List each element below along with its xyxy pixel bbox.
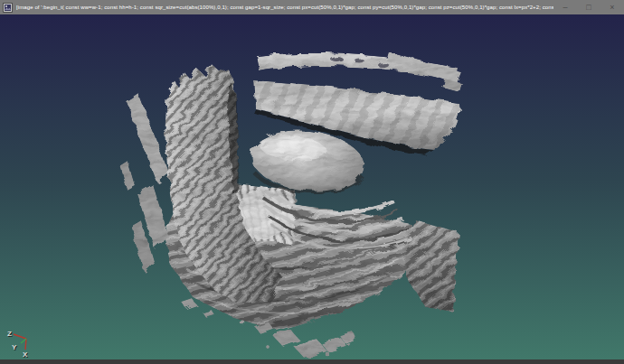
window-controls: – □ ×: [553, 0, 624, 14]
axis-x-label: X: [23, 350, 28, 359]
close-button[interactable]: ×: [600, 0, 624, 14]
bottom-bar: [0, 359, 624, 364]
app-window: [image of ':begin_t( const ww=w-1; const…: [0, 0, 624, 364]
axis-y-label: Y: [12, 343, 17, 351]
axis-z-label: Z: [7, 330, 12, 338]
axis-x-line: [25, 339, 26, 350]
maximize-button[interactable]: □: [577, 0, 600, 14]
mesh-render-canvas: Z Z Y Y X X: [0, 14, 624, 359]
minimize-button[interactable]: –: [553, 0, 577, 14]
window-title: [image of ':begin_t( const ww=w-1; const…: [16, 0, 553, 14]
title-bar[interactable]: [image of ':begin_t( const ww=w-1; const…: [0, 0, 624, 14]
viewport-3d[interactable]: Z Z Y Y X X: [0, 14, 624, 359]
app-icon: [3, 3, 13, 13]
